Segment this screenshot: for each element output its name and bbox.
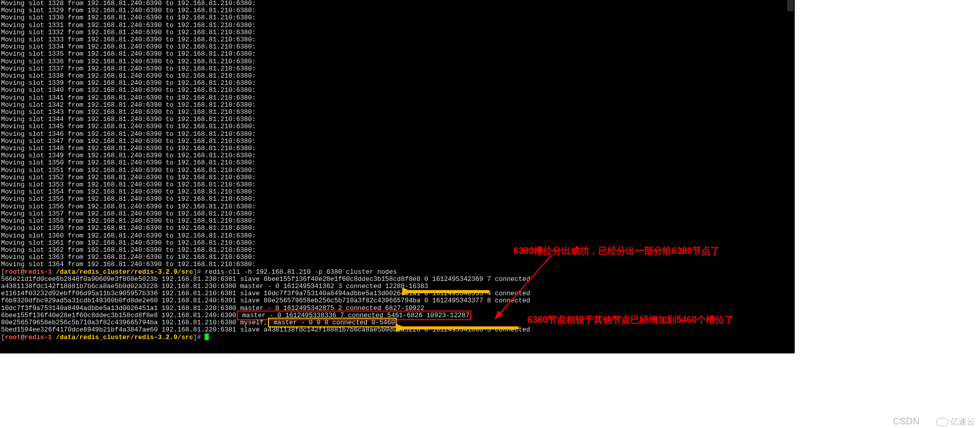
moving-slot-line: Moving slot 1330 from 192.168.81.240:639… xyxy=(1,14,794,21)
watermark-yisu-text: 亿速云 xyxy=(950,418,975,425)
command-text: redis-cli -h 192.168.81.210 -p 6380 clus… xyxy=(201,268,397,276)
moving-slot-line: Moving slot 1337 from 192.168.81.240:639… xyxy=(1,65,794,73)
moving-slot-line: Moving slot 1347 from 192.168.81.240:639… xyxy=(1,138,794,145)
moving-slot-line: Moving slot 1344 from 192.168.81.240:639… xyxy=(1,116,794,123)
prompt-line-cursor[interactable]: [root@redis-1 /data/redis_cluster/redis-… xyxy=(1,334,794,341)
moving-slot-line: Moving slot 1339 from 192.168.81.240:639… xyxy=(1,80,794,87)
moving-slot-line: Moving slot 1341 from 192.168.81.240:639… xyxy=(1,94,794,102)
moving-slot-line: Moving slot 1333 from 192.168.81.240:639… xyxy=(1,36,794,43)
moving-slot-line: Moving slot 1353 from 192.168.81.240:639… xyxy=(1,181,794,188)
moving-slot-line: Moving slot 1338 from 192.168.81.240:639… xyxy=(1,73,794,80)
annotation-top: 6390槽位分出成功，已经分出一部分给6380节点了 xyxy=(513,247,720,254)
terminal-window[interactable]: Moving slot 1328 from 192.168.81.240:639… xyxy=(0,0,795,353)
cluster-node-line: a4381138fdc142f18881b7b6ca8ae5b0d02a3228… xyxy=(1,283,794,290)
moving-slot-line: Moving slot 1358 from 192.168.81.240:639… xyxy=(1,218,794,225)
cluster-node-line: 5bed1594ee326f4170dce8949b21bf4a3847ae60… xyxy=(1,326,794,334)
moving-slot-line: Moving slot 1332 from 192.168.81.240:639… xyxy=(1,29,794,36)
moving-slot-line: Moving slot 1360 from 192.168.81.240:639… xyxy=(1,232,794,240)
cluster-node-line: e11614f03232d92ebff06d95a11b3c905957b336… xyxy=(1,290,794,297)
moving-slot-line: Moving slot 1355 from 192.168.81.240:639… xyxy=(1,196,794,203)
moving-slot-line: Moving slot 1352 from 192.168.81.240:639… xyxy=(1,174,794,181)
moving-slot-line: Moving slot 1336 from 192.168.81.240:639… xyxy=(1,58,794,65)
moving-slot-line: Moving slot 1343 from 192.168.81.240:639… xyxy=(1,109,794,116)
moving-slot-line: Moving slot 1349 from 192.168.81.240:639… xyxy=(1,152,794,159)
moving-slot-line: Moving slot 1334 from 192.168.81.240:639… xyxy=(1,43,794,51)
watermark-csdn: CSDN xyxy=(893,418,920,425)
moving-slot-line: Moving slot 1351 from 192.168.81.240:639… xyxy=(1,167,794,174)
moving-slot-line: Moving slot 1335 from 192.168.81.240:639… xyxy=(1,51,794,58)
moving-slot-line: Moving slot 1328 from 192.168.81.240:639… xyxy=(1,0,794,7)
moving-slot-line: Moving slot 1346 from 192.168.81.240:639… xyxy=(1,131,794,138)
watermark-yisu: 亿速云 xyxy=(936,418,975,426)
moving-slot-line: Moving slot 1331 from 192.168.81.240:639… xyxy=(1,22,794,29)
moving-slot-line: Moving slot 1356 from 192.168.81.240:639… xyxy=(1,203,794,210)
moving-slot-line: Moving slot 1364 from 192.168.81.240:639… xyxy=(1,261,794,268)
annotation-bottom: 6380节点相较于其他节点已经增加到5460个槽位了 xyxy=(527,316,733,323)
moving-slot-line: Moving slot 1345 from 192.168.81.240:639… xyxy=(1,123,794,130)
prompt-line: [root@redis-1 /data/redis_cluster/redis-… xyxy=(1,269,794,276)
moving-slot-line: Moving slot 1342 from 192.168.81.240:639… xyxy=(1,102,794,109)
moving-slot-line: Moving slot 1350 from 192.168.81.240:639… xyxy=(1,159,794,167)
cluster-node-line: 566e21d1fd0cee6b2848f0a90609e3f868e5023b… xyxy=(1,276,794,283)
cluster-node-line: f6b9320dfbc929ad5a31cdb149360b0fd8de2e60… xyxy=(1,297,794,304)
terminal-scrollbar[interactable] xyxy=(786,0,795,353)
cloud-icon xyxy=(936,418,948,426)
moving-slot-line: Moving slot 1340 from 192.168.81.240:639… xyxy=(1,87,794,94)
moving-slot-line: Moving slot 1348 from 192.168.81.240:639… xyxy=(1,145,794,152)
moving-slot-line: Moving slot 1357 from 192.168.81.240:639… xyxy=(1,210,794,218)
scrollbar-thumb[interactable] xyxy=(787,0,794,11)
cursor-block xyxy=(205,334,209,340)
moving-slot-line: Moving slot 1354 from 192.168.81.240:639… xyxy=(1,188,794,196)
moving-slot-line: Moving slot 1329 from 192.168.81.240:639… xyxy=(1,7,794,14)
moving-slot-line: Moving slot 1359 from 192.168.81.240:639… xyxy=(1,225,794,232)
